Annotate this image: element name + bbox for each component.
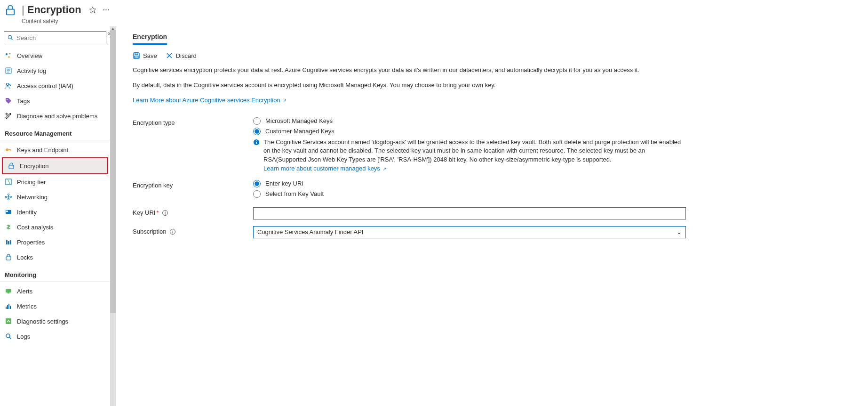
tag-icon — [5, 97, 12, 105]
learn-more-link[interactable]: Learn More about Azure Cognitive service… — [133, 97, 287, 104]
nav-overview[interactable]: Overview — [0, 48, 110, 63]
nav-identity[interactable]: Identity — [0, 204, 110, 219]
label-subscription: Subscription i — [133, 226, 253, 235]
sidebar-search[interactable] — [4, 31, 106, 44]
discard-button[interactable]: Discard — [166, 52, 197, 59]
encryption-icon — [8, 162, 15, 170]
svg-rect-30 — [6, 289, 11, 292]
info-icon — [253, 139, 260, 173]
nav-label: Encryption — [20, 162, 48, 170]
nav-access-control[interactable]: Access control (IAM) — [0, 78, 110, 93]
svg-rect-35 — [10, 306, 11, 309]
alerts-icon — [5, 287, 12, 295]
nav-diagnostic-settings[interactable]: Diagnostic settings — [0, 314, 110, 329]
svg-rect-17 — [10, 149, 11, 151]
nav-label: Identity — [17, 209, 37, 216]
info-icon[interactable]: i — [162, 210, 168, 216]
metrics-icon — [5, 302, 12, 310]
identity-icon — [5, 208, 12, 216]
cmk-info-block: The Cognitive Services account named 'do… — [253, 138, 686, 173]
properties-icon — [5, 238, 12, 246]
info-icon[interactable]: i — [170, 229, 175, 235]
svg-point-11 — [7, 83, 9, 86]
nav-metrics[interactable]: Metrics — [0, 299, 110, 314]
highlight-encryption: Encryption — [2, 157, 108, 174]
svg-rect-33 — [7, 305, 8, 309]
nav-label: Tags — [17, 97, 30, 105]
favorite-star-icon[interactable] — [89, 6, 96, 14]
nav-diagnose[interactable]: Diagnose and solve problems — [0, 108, 110, 123]
nav-networking[interactable]: Networking — [0, 189, 110, 204]
key-uri-input[interactable] — [253, 207, 686, 219]
svg-point-37 — [6, 334, 10, 338]
svg-point-6 — [8, 56, 10, 58]
tab-encryption[interactable]: Encryption — [133, 30, 167, 45]
radio-select-key-vault[interactable] — [253, 190, 261, 198]
lock-icon — [4, 4, 17, 17]
nav-alerts[interactable]: Alerts — [0, 284, 110, 299]
scrollbar-thumb[interactable] — [110, 30, 116, 313]
nav-label: Networking — [17, 194, 48, 201]
svg-rect-25 — [6, 211, 8, 212]
save-button[interactable]: Save — [133, 52, 157, 59]
nav-group-resource-management: Resource Management — [0, 123, 110, 140]
svg-point-2 — [8, 35, 11, 39]
sidebar: « Overview Activity log Access control (… — [0, 26, 110, 406]
svg-rect-28 — [10, 240, 11, 244]
command-bar: Save Discard — [133, 52, 857, 59]
subscription-select[interactable]: Cognitive Services Anomaly Finder API ⌄ — [253, 226, 686, 238]
main-content: Encryption Save Discard Cognitive servic… — [116, 26, 868, 406]
radio-label-enter-uri: Enter key URI — [265, 180, 303, 187]
log-icon — [5, 67, 12, 74]
logs-icon — [5, 333, 12, 340]
svg-rect-0 — [7, 9, 14, 15]
nav-pricing-tier[interactable]: Pricing tier — [0, 174, 110, 189]
radio-customer-managed-keys[interactable] — [253, 128, 261, 135]
resource-type-label: Content safety — [22, 18, 110, 24]
save-icon — [133, 52, 140, 59]
nav-encryption[interactable]: Encryption — [3, 158, 107, 173]
nav-keys-endpoint[interactable]: Keys and Endpoint — [0, 142, 110, 157]
nav-cost-analysis[interactable]: Cost analysis — [0, 219, 110, 235]
radio-microsoft-managed-keys[interactable] — [253, 117, 261, 125]
chevron-down-icon: ⌄ — [677, 228, 682, 235]
nav-label: Activity log — [17, 67, 46, 74]
svg-point-4 — [6, 53, 8, 55]
svg-line-38 — [9, 337, 11, 339]
nav-label: Pricing tier — [17, 179, 46, 186]
nav-label: Overview — [17, 52, 42, 59]
radio-enter-key-uri[interactable] — [253, 180, 261, 187]
learn-more-cmk-link[interactable]: Learn more about customer managed keys ↗ — [263, 165, 386, 172]
pricing-icon — [5, 178, 12, 186]
svg-rect-19 — [6, 179, 11, 185]
svg-point-12 — [10, 84, 11, 86]
sidebar-scrollbar[interactable]: ▲ — [110, 26, 116, 406]
discard-icon — [166, 52, 173, 59]
nav-activity-log[interactable]: Activity log — [0, 63, 110, 78]
subscription-value: Cognitive Services Anomaly Finder API — [257, 228, 363, 235]
nav-label: Alerts — [17, 288, 32, 295]
nav-label: Locks — [17, 254, 33, 261]
svg-point-13 — [7, 99, 8, 100]
svg-rect-18 — [9, 165, 14, 169]
page-title: Encryption — [27, 4, 81, 16]
more-icon[interactable]: ··· — [103, 6, 110, 14]
svg-rect-36 — [6, 318, 11, 324]
svg-marker-1 — [89, 7, 96, 13]
description-1: Cognitive services encryption protects y… — [133, 66, 857, 74]
nav-logs[interactable]: Logs — [0, 329, 110, 344]
tab-bar: Encryption — [133, 30, 857, 45]
overview-icon — [5, 52, 12, 59]
nav-label: Keys and Endpoint — [17, 146, 68, 154]
nav-tags[interactable]: Tags — [0, 93, 110, 108]
nav-locks[interactable]: Locks — [0, 250, 110, 265]
svg-rect-40 — [135, 53, 138, 55]
nav-label: Metrics — [17, 303, 37, 310]
svg-line-3 — [11, 39, 13, 40]
search-input[interactable] — [16, 34, 103, 41]
nav-properties[interactable]: Properties — [0, 235, 110, 250]
diagnostic-icon — [5, 317, 12, 325]
external-link-icon: ↗ — [382, 166, 386, 171]
svg-rect-29 — [6, 257, 11, 260]
external-link-icon: ↗ — [283, 98, 287, 103]
